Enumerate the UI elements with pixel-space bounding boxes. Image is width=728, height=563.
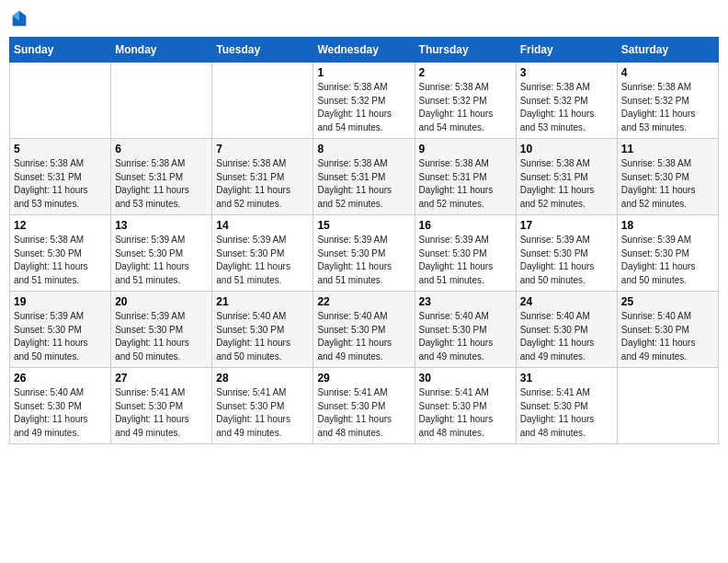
calendar-cell: 4Sunrise: 5:38 AMSunset: 5:32 PMDaylight… — [617, 63, 718, 139]
day-number: 21 — [216, 295, 309, 308]
day-number: 25 — [621, 295, 714, 308]
day-info: Sunrise: 5:40 AMSunset: 5:30 PMDaylight:… — [621, 310, 714, 363]
calendar-cell: 15Sunrise: 5:39 AMSunset: 5:30 PMDayligh… — [313, 215, 415, 292]
day-number: 18 — [621, 219, 714, 232]
calendar-cell: 23Sunrise: 5:40 AMSunset: 5:30 PMDayligh… — [415, 292, 516, 368]
page-header — [9, 9, 719, 29]
calendar-cell: 11Sunrise: 5:38 AMSunset: 5:30 PMDayligh… — [617, 139, 718, 215]
day-info: Sunrise: 5:41 AMSunset: 5:30 PMDaylight:… — [115, 386, 208, 440]
calendar-cell: 6Sunrise: 5:38 AMSunset: 5:31 PMDaylight… — [111, 139, 212, 215]
day-info: Sunrise: 5:39 AMSunset: 5:30 PMDaylight:… — [115, 234, 208, 287]
day-info: Sunrise: 5:38 AMSunset: 5:32 PMDaylight:… — [621, 81, 714, 134]
day-info: Sunrise: 5:38 AMSunset: 5:31 PMDaylight:… — [14, 157, 107, 211]
calendar-cell: 10Sunrise: 5:38 AMSunset: 5:31 PMDayligh… — [516, 139, 617, 215]
day-number: 15 — [317, 219, 410, 232]
day-info: Sunrise: 5:38 AMSunset: 5:30 PMDaylight:… — [14, 234, 107, 287]
calendar-cell: 20Sunrise: 5:39 AMSunset: 5:30 PMDayligh… — [111, 292, 212, 368]
day-number: 11 — [621, 143, 714, 155]
day-info: Sunrise: 5:40 AMSunset: 5:30 PMDaylight:… — [216, 310, 309, 363]
day-header-sunday: Sunday — [10, 38, 111, 63]
day-header-monday: Monday — [111, 38, 212, 63]
calendar-week-1: 1Sunrise: 5:38 AMSunset: 5:32 PMDaylight… — [10, 63, 719, 139]
day-info: Sunrise: 5:40 AMSunset: 5:30 PMDaylight:… — [317, 310, 410, 363]
calendar-cell: 28Sunrise: 5:41 AMSunset: 5:30 PMDayligh… — [212, 368, 313, 444]
day-info: Sunrise: 5:40 AMSunset: 5:30 PMDaylight:… — [14, 386, 107, 440]
day-info: Sunrise: 5:41 AMSunset: 5:30 PMDaylight:… — [216, 386, 309, 440]
day-header-saturday: Saturday — [617, 38, 718, 63]
day-info: Sunrise: 5:38 AMSunset: 5:32 PMDaylight:… — [419, 81, 512, 134]
day-header-wednesday: Wednesday — [313, 38, 415, 63]
calendar-cell: 9Sunrise: 5:38 AMSunset: 5:31 PMDaylight… — [415, 139, 516, 215]
calendar-cell: 30Sunrise: 5:41 AMSunset: 5:30 PMDayligh… — [415, 368, 516, 444]
day-info: Sunrise: 5:39 AMSunset: 5:30 PMDaylight:… — [419, 234, 512, 287]
day-number: 10 — [520, 143, 613, 155]
calendar-cell — [212, 63, 313, 139]
calendar-cell: 1Sunrise: 5:38 AMSunset: 5:32 PMDaylight… — [313, 63, 415, 139]
day-number: 4 — [621, 66, 714, 79]
day-header-thursday: Thursday — [415, 38, 516, 63]
calendar-week-5: 26Sunrise: 5:40 AMSunset: 5:30 PMDayligh… — [10, 368, 719, 444]
calendar-cell: 27Sunrise: 5:41 AMSunset: 5:30 PMDayligh… — [111, 368, 212, 444]
calendar-cell: 17Sunrise: 5:39 AMSunset: 5:30 PMDayligh… — [516, 215, 617, 292]
day-info: Sunrise: 5:39 AMSunset: 5:30 PMDaylight:… — [317, 234, 410, 287]
calendar-cell: 31Sunrise: 5:41 AMSunset: 5:30 PMDayligh… — [516, 368, 617, 444]
day-number: 27 — [115, 372, 208, 385]
calendar-table: SundayMondayTuesdayWednesdayThursdayFrid… — [9, 37, 719, 444]
day-info: Sunrise: 5:38 AMSunset: 5:31 PMDaylight:… — [317, 157, 410, 211]
logo — [9, 9, 33, 29]
day-info: Sunrise: 5:41 AMSunset: 5:30 PMDaylight:… — [419, 386, 512, 440]
calendar-cell: 18Sunrise: 5:39 AMSunset: 5:30 PMDayligh… — [617, 215, 718, 292]
day-info: Sunrise: 5:38 AMSunset: 5:31 PMDaylight:… — [115, 157, 208, 211]
calendar-cell: 7Sunrise: 5:38 AMSunset: 5:31 PMDaylight… — [212, 139, 313, 215]
calendar-cell: 24Sunrise: 5:40 AMSunset: 5:30 PMDayligh… — [516, 292, 617, 368]
calendar-cell: 12Sunrise: 5:38 AMSunset: 5:30 PMDayligh… — [10, 215, 111, 292]
day-info: Sunrise: 5:39 AMSunset: 5:30 PMDaylight:… — [115, 310, 208, 363]
day-number: 6 — [115, 143, 208, 155]
day-number: 29 — [317, 372, 410, 385]
calendar-cell — [617, 368, 718, 444]
calendar-cell: 14Sunrise: 5:39 AMSunset: 5:30 PMDayligh… — [212, 215, 313, 292]
day-number: 23 — [419, 295, 512, 308]
day-number: 22 — [317, 295, 410, 308]
calendar-cell: 19Sunrise: 5:39 AMSunset: 5:30 PMDayligh… — [10, 292, 111, 368]
day-number: 1 — [317, 66, 410, 79]
calendar-cell: 25Sunrise: 5:40 AMSunset: 5:30 PMDayligh… — [617, 292, 718, 368]
day-number: 30 — [419, 372, 512, 385]
calendar-cell: 3Sunrise: 5:38 AMSunset: 5:32 PMDaylight… — [516, 63, 617, 139]
calendar-week-4: 19Sunrise: 5:39 AMSunset: 5:30 PMDayligh… — [10, 292, 719, 368]
day-number: 24 — [520, 295, 613, 308]
logo-icon — [9, 9, 29, 29]
day-number: 7 — [216, 143, 309, 155]
day-info: Sunrise: 5:40 AMSunset: 5:30 PMDaylight:… — [520, 310, 613, 363]
day-number: 14 — [216, 219, 309, 232]
day-number: 13 — [115, 219, 208, 232]
day-info: Sunrise: 5:38 AMSunset: 5:32 PMDaylight:… — [317, 81, 410, 134]
calendar-week-2: 5Sunrise: 5:38 AMSunset: 5:31 PMDaylight… — [10, 139, 719, 215]
day-info: Sunrise: 5:39 AMSunset: 5:30 PMDaylight:… — [621, 234, 714, 287]
day-number: 31 — [520, 372, 613, 385]
day-number: 2 — [419, 66, 512, 79]
calendar-cell: 13Sunrise: 5:39 AMSunset: 5:30 PMDayligh… — [111, 215, 212, 292]
calendar-cell — [10, 63, 111, 139]
day-info: Sunrise: 5:38 AMSunset: 5:30 PMDaylight:… — [621, 157, 714, 211]
calendar-cell: 16Sunrise: 5:39 AMSunset: 5:30 PMDayligh… — [415, 215, 516, 292]
day-number: 8 — [317, 143, 410, 155]
day-header-tuesday: Tuesday — [212, 38, 313, 63]
day-number: 9 — [419, 143, 512, 155]
day-info: Sunrise: 5:38 AMSunset: 5:31 PMDaylight:… — [216, 157, 309, 211]
day-number: 19 — [14, 295, 107, 308]
day-info: Sunrise: 5:40 AMSunset: 5:30 PMDaylight:… — [419, 310, 512, 363]
day-number: 3 — [520, 66, 613, 79]
calendar-cell: 26Sunrise: 5:40 AMSunset: 5:30 PMDayligh… — [10, 368, 111, 444]
calendar-week-3: 12Sunrise: 5:38 AMSunset: 5:30 PMDayligh… — [10, 215, 719, 292]
day-headers-row: SundayMondayTuesdayWednesdayThursdayFrid… — [10, 38, 719, 63]
day-info: Sunrise: 5:39 AMSunset: 5:30 PMDaylight:… — [216, 234, 309, 287]
calendar-cell — [111, 63, 212, 139]
calendar-cell: 8Sunrise: 5:38 AMSunset: 5:31 PMDaylight… — [313, 139, 415, 215]
calendar-cell: 22Sunrise: 5:40 AMSunset: 5:30 PMDayligh… — [313, 292, 415, 368]
day-number: 12 — [14, 219, 107, 232]
day-info: Sunrise: 5:39 AMSunset: 5:30 PMDaylight:… — [520, 234, 613, 287]
day-info: Sunrise: 5:38 AMSunset: 5:31 PMDaylight:… — [520, 157, 613, 211]
day-header-friday: Friday — [516, 38, 617, 63]
day-info: Sunrise: 5:38 AMSunset: 5:31 PMDaylight:… — [419, 157, 512, 211]
